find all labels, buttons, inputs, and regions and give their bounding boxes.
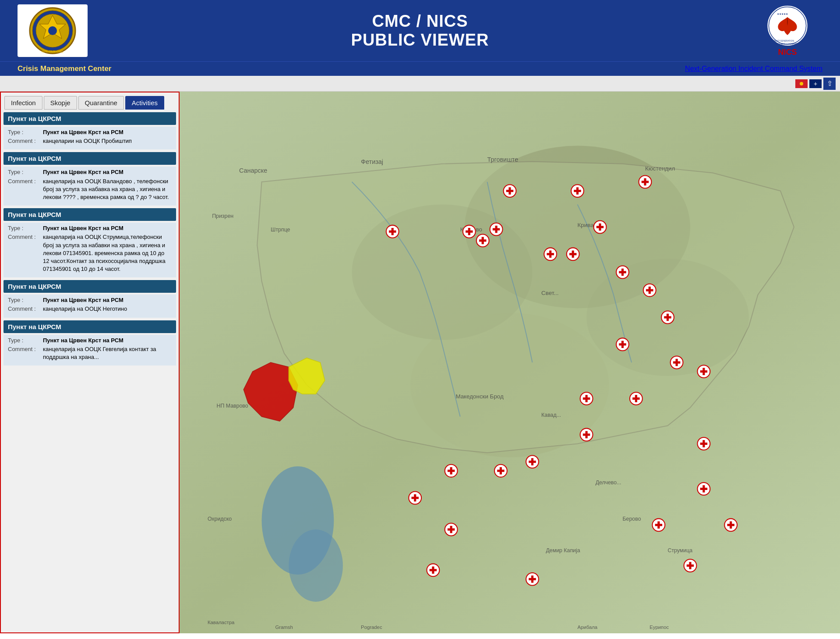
tab-quarantine[interactable]: Quarantine	[78, 96, 124, 110]
map-marker[interactable]	[643, 284, 656, 297]
left-org-label: Crisis Management Center	[18, 64, 111, 73]
svg-rect-48	[482, 237, 484, 244]
map-marker[interactable]	[463, 225, 476, 238]
svg-rect-93	[635, 395, 637, 402]
svg-text:NEXT-GENERATION: NEXT-GENERATION	[774, 40, 794, 42]
svg-text:НП Маврово: НП Маврово	[217, 403, 248, 409]
comment-value-5: канцеларија на ООЦК Гевгелија контакт за…	[43, 345, 172, 361]
svg-text:Арибала: Арибала	[578, 625, 598, 630]
svg-rect-81	[621, 341, 624, 348]
right-org-link[interactable]: Next-Generation Incident Command System	[685, 65, 822, 73]
svg-rect-111	[450, 526, 452, 533]
map-marker[interactable]	[427, 564, 439, 576]
item-type-row-2: Type : Пункт на Црвен Крст на РСМ	[8, 168, 172, 176]
type-value-3: Пункт на Црвен Крст на РСМ	[43, 224, 172, 232]
svg-rect-42	[392, 228, 394, 235]
type-value-5: Пункт на Црвен Крст на РСМ	[43, 337, 172, 344]
svg-text:Каваластра: Каваластра	[208, 620, 235, 625]
item-header-2: Пункт на ЦКРСМ	[4, 152, 176, 165]
map-marker[interactable]	[594, 221, 607, 234]
comment-label-5: Comment :	[8, 345, 43, 361]
type-label-3: Type :	[8, 224, 43, 232]
item-body-1: Type : Пункт на Црвен Крст на РСМ Commen…	[4, 127, 176, 149]
map-marker[interactable]	[490, 223, 503, 236]
svg-text:Струмица: Струмица	[668, 547, 693, 554]
svg-rect-72	[621, 269, 624, 276]
svg-text:Санарске: Санарске	[239, 167, 267, 174]
item-body-2: Type : Пункт на Црвен Крст на РСМ Commen…	[4, 167, 176, 206]
map-marker[interactable]	[567, 248, 579, 260]
header-title-block: CMC / NICS PUBLIC VIEWER	[88, 12, 752, 50]
comment-label-4: Comment :	[8, 305, 43, 313]
left-panel: Infection Skopje Quarantine Activities П…	[0, 92, 180, 633]
type-label-4: Type :	[8, 296, 43, 304]
item-comment-row-5: Comment : канцеларија на ООЦК Гевгелија …	[8, 345, 172, 361]
svg-text:Кюстендил: Кюстендил	[645, 165, 675, 172]
map-marker[interactable]	[409, 492, 421, 504]
svg-rect-114	[702, 440, 705, 447]
svg-rect-108	[414, 494, 416, 501]
item-comment-row-1: Comment : канцеларии на ООЦК Пробиштип	[8, 137, 172, 145]
upload-button[interactable]: ⇧	[823, 78, 836, 90]
comment-value-2: канцеларија на ООЦК Валандово , телефонс…	[43, 178, 172, 202]
map-marker[interactable]	[630, 392, 642, 405]
svg-text:★★★★★: ★★★★★	[777, 13, 788, 15]
map-marker[interactable]	[445, 523, 458, 536]
main-content: Infection Skopje Quarantine Activities П…	[0, 92, 840, 633]
map-marker[interactable]	[476, 234, 489, 247]
map-marker[interactable]	[671, 356, 683, 369]
flag-mk-icon[interactable]	[795, 79, 808, 88]
svg-rect-75	[649, 287, 651, 294]
type-value-1: Пункт на Црвен Крст на РСМ	[43, 128, 172, 136]
comment-label-2: Comment :	[8, 178, 43, 202]
svg-text:Кавад...: Кавад...	[541, 412, 561, 418]
tab-skopje[interactable]: Skopje	[44, 96, 77, 110]
map-marker[interactable]	[526, 573, 539, 586]
map-marker[interactable]	[580, 392, 593, 405]
map-area[interactable]: Санарске Фетизај Трговиште Кюстендил При…	[180, 92, 840, 633]
map-marker[interactable]	[639, 176, 652, 188]
tab-infection[interactable]: Infection	[4, 96, 42, 110]
comment-value-1: канцеларии на ООЦК Пробиштип	[43, 137, 132, 145]
item-body-3: Type : Пункт на Црвен Крст на РСМ Commen…	[4, 223, 176, 277]
map-marker[interactable]	[697, 365, 710, 378]
svg-text:Еурипос: Еурипос	[649, 625, 669, 630]
svg-rect-45	[468, 228, 470, 235]
svg-rect-66	[572, 251, 574, 258]
svg-rect-129	[657, 522, 660, 529]
svg-rect-78	[667, 314, 669, 321]
map-marker[interactable]	[494, 465, 507, 477]
svg-text:Pogradec: Pogradec	[361, 625, 382, 630]
map-marker[interactable]	[571, 185, 584, 197]
map-marker[interactable]	[526, 455, 539, 468]
svg-text:Фетизај: Фетизај	[361, 158, 383, 165]
svg-text:Gramsh: Gramsh	[275, 625, 293, 630]
map-marker[interactable]	[697, 437, 710, 450]
svg-rect-60	[644, 178, 646, 185]
map-marker[interactable]	[386, 225, 399, 238]
map-marker[interactable]	[544, 248, 557, 260]
map-marker[interactable]	[652, 518, 665, 531]
map-marker[interactable]	[616, 266, 629, 279]
map-marker[interactable]	[580, 428, 593, 441]
item-header-1: Пункт на ЦКРСМ	[4, 112, 176, 125]
item-type-row-5: Type : Пункт на Црвен Крст на РСМ	[8, 337, 172, 344]
item-comment-row-3: Comment : канцеларија на ООЦК Струмица,т…	[8, 233, 172, 273]
map-marker[interactable]	[616, 338, 629, 351]
svg-rect-84	[676, 359, 678, 366]
map-marker[interactable]	[661, 311, 674, 324]
svg-rect-117	[702, 485, 705, 492]
map-marker[interactable]	[724, 518, 737, 531]
type-label-5: Type :	[8, 337, 43, 344]
map-marker[interactable]	[697, 483, 710, 495]
svg-rect-132	[689, 562, 691, 569]
map-marker[interactable]	[684, 559, 697, 572]
subheader: Crisis Management Center Next-Generation…	[0, 61, 840, 76]
tab-activities[interactable]: Activities	[125, 96, 164, 110]
map-marker[interactable]	[445, 465, 458, 477]
list-item: Пункт на ЦКРСМ Type : Пункт на Црвен Крс…	[4, 320, 176, 366]
nics-logo-image: ★★★★★ NEXT-GENERATION INCIDENT COMMAND	[766, 4, 809, 47]
map-marker[interactable]	[504, 185, 516, 197]
flag-uk-icon[interactable]	[809, 79, 822, 88]
svg-text:INCIDENT COMMAND: INCIDENT COMMAND	[776, 43, 798, 45]
